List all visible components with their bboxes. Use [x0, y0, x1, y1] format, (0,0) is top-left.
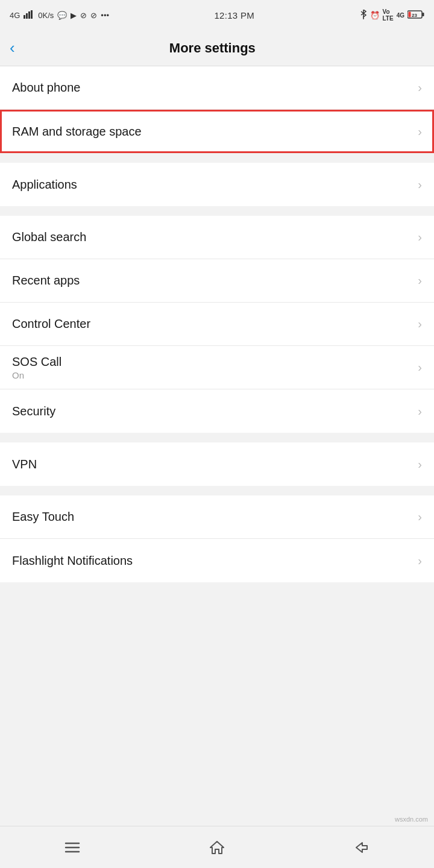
global-search-item[interactable]: Global search › [0, 216, 434, 259]
page-title: More settings [25, 40, 400, 56]
section-4: VPN › [0, 442, 434, 486]
watermark: wsxdn.com [395, 816, 428, 823]
control-center-item[interactable]: Control Center › [0, 303, 434, 346]
svg-rect-0 [24, 15, 25, 19]
flashlight-item[interactable]: Flashlight Notifications › [0, 539, 434, 582]
gap-3 [0, 433, 434, 442]
svg-rect-1 [26, 13, 28, 19]
svg-rect-3 [31, 10, 33, 19]
gap-4 [0, 486, 434, 495]
about-phone-item[interactable]: About phone › [0, 66, 434, 110]
control-center-label: Control Center [12, 317, 90, 331]
nav-bar [0, 826, 434, 868]
easy-touch-item[interactable]: Easy Touch › [0, 495, 434, 539]
vpn-icon: ⊘ [90, 11, 97, 20]
recent-apps-label: Recent apps [12, 274, 80, 288]
nav-home-button[interactable] [202, 835, 232, 860]
easy-touch-chevron: › [418, 510, 422, 524]
applications-item[interactable]: Applications › [0, 163, 434, 206]
applications-chevron: › [418, 178, 422, 192]
sos-call-label: SOS Call [12, 355, 61, 369]
bottom-padding [0, 582, 434, 631]
nav-menu-button[interactable] [57, 835, 87, 860]
easy-touch-label: Easy Touch [12, 510, 74, 524]
section-3: Global search › Recent apps › Control Ce… [0, 216, 434, 433]
alarm-icon: ⏰ [370, 11, 380, 20]
section-5: Easy Touch › Flashlight Notifications › [0, 495, 434, 582]
section-1: About phone › RAM and storage space › [0, 66, 434, 153]
svg-rect-7 [409, 11, 411, 17]
recent-apps-item[interactable]: Recent apps › [0, 259, 434, 303]
about-phone-chevron: › [418, 81, 422, 95]
battery-icon: 23 [407, 10, 424, 21]
more-icon: ••• [101, 11, 109, 20]
bluetooth-icon [360, 10, 367, 21]
nav-back-button[interactable] [347, 835, 377, 860]
about-phone-label: About phone [12, 81, 80, 95]
svg-rect-6 [423, 13, 424, 16]
back-button[interactable]: ‹ [10, 39, 15, 57]
signal-bars [24, 10, 34, 20]
ram-storage-chevron: › [418, 125, 422, 139]
sos-call-chevron: › [418, 360, 422, 374]
security-chevron: › [418, 404, 422, 418]
control-center-chevron: › [418, 317, 422, 331]
signal-4g: 4G [10, 11, 20, 20]
applications-label: Applications [12, 178, 77, 192]
vpn-label: VPN [12, 458, 37, 471]
global-search-chevron: › [418, 230, 422, 244]
ram-storage-item[interactable]: RAM and storage space › [0, 110, 434, 153]
sos-call-sublabel: On [12, 370, 61, 380]
status-bar: 4G 0K/s 💬 ▶ ⊘ ⊘ ••• 12:13 PM ⏰ VoLTE 4G [0, 0, 434, 30]
security-label: Security [12, 404, 55, 418]
svg-rect-2 [28, 11, 30, 19]
data-speed: 0K/s [38, 11, 54, 20]
security-item[interactable]: Security › [0, 389, 434, 433]
global-search-label: Global search [12, 230, 86, 244]
section-2: Applications › [0, 163, 434, 206]
4g-icon: 4G [397, 12, 404, 19]
recent-apps-chevron: › [418, 274, 422, 288]
status-right: ⏰ VoLTE 4G 23 [360, 8, 425, 22]
volte-icon: VoLTE [383, 8, 394, 22]
gap-2 [0, 206, 434, 216]
vpn-item[interactable]: VPN › [0, 442, 434, 486]
whatsapp-icon: 💬 [57, 11, 67, 20]
gap-1 [0, 153, 434, 163]
youtube-icon: ▶ [71, 11, 77, 20]
status-left: 4G 0K/s 💬 ▶ ⊘ ⊘ ••• [10, 10, 109, 20]
svg-text:23: 23 [412, 13, 417, 18]
flashlight-label: Flashlight Notifications [12, 554, 133, 568]
vpn-chevron: › [418, 458, 422, 471]
flashlight-chevron: › [418, 554, 422, 568]
status-time: 12:13 PM [214, 10, 254, 20]
ram-storage-label: RAM and storage space [12, 125, 142, 139]
page-header: ‹ More settings [0, 30, 434, 66]
sos-call-item[interactable]: SOS Call On › [0, 346, 434, 389]
warn-icon: ⊘ [80, 11, 87, 20]
